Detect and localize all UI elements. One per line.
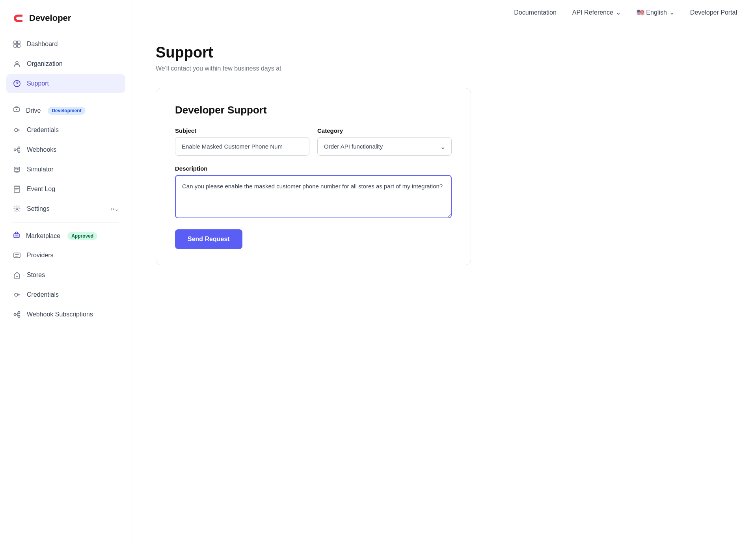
- sidebar-label-providers: Providers: [27, 252, 54, 259]
- sidebar-item-credentials[interactable]: Credentials: [6, 121, 125, 139]
- sidebar-label-simulator: Simulator: [27, 166, 54, 173]
- svg-rect-14: [14, 167, 20, 171]
- page-title: Support: [156, 44, 732, 61]
- logo-area: Developer: [0, 0, 132, 35]
- sidebar-item-settings[interactable]: Settings ‹›⌄: [6, 199, 125, 218]
- event-log-icon: [13, 185, 21, 193]
- svg-point-10: [15, 128, 18, 132]
- sidebar-item-webhooks[interactable]: Webhooks: [6, 140, 125, 159]
- marketplace-badge: Approved: [67, 232, 97, 240]
- support-card: Developer Support Subject Category Order…: [156, 88, 471, 265]
- svg-rect-16: [17, 168, 19, 169]
- sidebar-item-providers[interactable]: Providers: [6, 246, 125, 265]
- main-content: Documentation API Reference ⌄ 🇺🇸 English…: [132, 0, 756, 543]
- brand-name: Developer: [29, 13, 71, 23]
- developer-portal-link[interactable]: Developer Portal: [690, 9, 737, 16]
- sidebar-label-mp-credentials: Credentials: [27, 291, 59, 298]
- mp-credentials-icon: [13, 290, 21, 299]
- svg-rect-17: [17, 169, 19, 170]
- svg-rect-0: [11, 11, 25, 25]
- providers-icon: [13, 251, 21, 260]
- settings-chevron-icon: ‹›⌄: [111, 206, 119, 212]
- category-label: Category: [317, 127, 452, 134]
- svg-rect-21: [15, 235, 18, 236]
- settings-icon: [13, 205, 21, 213]
- stores-icon: [13, 271, 21, 279]
- sidebar-divider-1: [13, 97, 119, 97]
- webhooks-icon: [13, 145, 21, 154]
- language-chevron-icon: ⌄: [669, 9, 674, 16]
- sidebar-label-organization: Organization: [27, 60, 63, 67]
- subject-input[interactable]: [175, 137, 309, 156]
- sidebar-navigation: Dashboard Organization Support Drive Dev…: [0, 35, 132, 325]
- credentials-icon: [13, 126, 21, 134]
- marketplace-icon: [13, 231, 20, 241]
- drive-icon: [13, 106, 20, 115]
- subject-label: Subject: [175, 127, 309, 134]
- sidebar-item-stores[interactable]: Stores: [6, 266, 125, 285]
- sidebar-item-organization[interactable]: Organization: [6, 54, 125, 73]
- page-subtitle: We'll contact you within few business da…: [156, 65, 732, 72]
- svg-rect-22: [14, 253, 20, 258]
- svg-rect-3: [14, 45, 17, 47]
- brand-logo-icon: [11, 11, 25, 25]
- sidebar-item-simulator[interactable]: Simulator: [6, 160, 125, 179]
- svg-point-5: [16, 61, 18, 64]
- sidebar-label-support: Support: [27, 80, 49, 87]
- card-title: Developer Support: [175, 104, 452, 116]
- subject-category-row: Subject Category Order API functionality…: [175, 127, 452, 156]
- sidebar-label-settings: Settings: [27, 205, 50, 212]
- svg-point-7: [17, 85, 17, 86]
- svg-rect-4: [17, 45, 20, 47]
- api-reference-link[interactable]: API Reference ⌄: [572, 9, 621, 16]
- svg-point-23: [15, 293, 18, 296]
- send-request-button[interactable]: Send Request: [175, 229, 242, 249]
- api-reference-chevron-icon: ⌄: [616, 9, 621, 16]
- subject-group: Subject: [175, 127, 309, 156]
- description-group: Description Can you please enable the ma…: [175, 165, 452, 218]
- sidebar: Developer Dashboard Organization Support: [0, 0, 132, 543]
- sidebar-item-mp-credentials[interactable]: Credentials: [6, 285, 125, 304]
- sidebar-item-webhook-subscriptions[interactable]: Webhook Subscriptions: [6, 305, 125, 324]
- sidebar-section-drive[interactable]: Drive Development: [6, 100, 125, 121]
- description-label: Description: [175, 165, 452, 172]
- sidebar-item-dashboard[interactable]: Dashboard: [6, 35, 125, 54]
- drive-badge: Development: [48, 107, 85, 115]
- marketplace-section-label: Marketplace: [26, 232, 60, 240]
- svg-rect-1: [14, 41, 17, 44]
- category-select[interactable]: Order API functionality Authentication W…: [317, 137, 452, 156]
- sidebar-label-credentials: Credentials: [27, 126, 59, 134]
- sidebar-label-webhooks: Webhooks: [27, 146, 56, 153]
- svg-point-18: [16, 208, 18, 210]
- page-body: Support We'll contact you within few bus…: [132, 25, 756, 543]
- description-textarea[interactable]: Can you please enable the masked custome…: [175, 175, 452, 218]
- sidebar-label-dashboard: Dashboard: [27, 41, 58, 48]
- drive-section-label: Drive: [26, 107, 41, 114]
- sidebar-item-event-log[interactable]: Event Log: [6, 180, 125, 199]
- organization-icon: [13, 60, 21, 68]
- category-group: Category Order API functionality Authent…: [317, 127, 452, 156]
- sidebar-label-webhook-subscriptions: Webhook Subscriptions: [27, 311, 93, 318]
- language-selector[interactable]: 🇺🇸 English ⌄: [637, 9, 674, 16]
- top-navigation: Documentation API Reference ⌄ 🇺🇸 English…: [132, 0, 756, 25]
- support-icon: [13, 79, 21, 88]
- dashboard-icon: [13, 40, 21, 48]
- svg-point-9: [16, 109, 17, 110]
- sidebar-label-event-log: Event Log: [27, 186, 55, 193]
- sidebar-label-stores: Stores: [27, 272, 45, 279]
- simulator-icon: [13, 165, 21, 174]
- sidebar-divider-2: [13, 222, 119, 223]
- sidebar-item-support[interactable]: Support: [6, 74, 125, 93]
- documentation-link[interactable]: Documentation: [514, 9, 557, 16]
- svg-rect-2: [17, 41, 20, 44]
- webhook-subscriptions-icon: [13, 310, 21, 319]
- svg-rect-15: [15, 168, 17, 169]
- sidebar-section-marketplace[interactable]: Marketplace Approved: [6, 226, 125, 246]
- category-select-wrapper: Order API functionality Authentication W…: [317, 137, 452, 156]
